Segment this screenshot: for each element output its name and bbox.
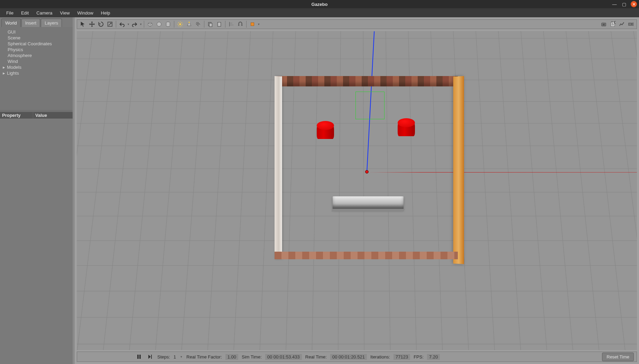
snap-icon[interactable]: [236, 20, 245, 28]
select-tool-icon[interactable]: [78, 20, 87, 28]
svg-rect-33: [629, 23, 632, 25]
tree-item-spherical[interactable]: Spherical Coordinates: [1, 41, 71, 47]
spot-light-icon[interactable]: [185, 20, 194, 28]
fps-value: 7.20: [427, 354, 440, 360]
record-icon[interactable]: [626, 20, 635, 28]
svg-rect-17: [209, 23, 212, 27]
wall-back: [275, 76, 458, 86]
tree-item-wind[interactable]: Wind: [1, 58, 71, 64]
fps-label: FPS:: [414, 354, 424, 360]
titlebar: Gazebo — ▢ ✕: [0, 0, 639, 8]
realtime-label: Real Time:: [305, 354, 327, 360]
menubar: File Edit Camera View Window Help: [0, 8, 639, 17]
directional-light-icon[interactable]: [194, 20, 203, 28]
svg-rect-35: [139, 355, 141, 359]
copy-icon[interactable]: [206, 20, 215, 28]
prop-col-name: Property: [0, 112, 33, 119]
tab-world[interactable]: World: [1, 19, 21, 27]
tab-layers[interactable]: Layers: [41, 19, 62, 27]
selection-box: [355, 92, 385, 119]
svg-point-27: [603, 24, 604, 25]
window-buttons: — ▢ ✕: [611, 1, 637, 7]
steps-value[interactable]: 1: [174, 354, 176, 360]
maximize-button[interactable]: ▢: [621, 1, 627, 7]
tree-item-models[interactable]: Models: [1, 64, 71, 70]
tree-item-scene[interactable]: Scene: [1, 35, 71, 41]
window-title: Gazebo: [312, 2, 328, 7]
point-light-icon[interactable]: [176, 20, 185, 28]
main-toolbar: ▾ ▾ ▾ LOG: [77, 19, 637, 29]
world-tree[interactable]: GUI Scene Spherical Coordinates Physics …: [0, 27, 73, 110]
link-icon[interactable]: [248, 20, 257, 28]
sphere-primitive-icon[interactable]: [155, 20, 164, 28]
svg-rect-18: [218, 22, 221, 27]
jersey-barrier: [333, 196, 404, 209]
align-icon[interactable]: [227, 20, 236, 28]
rotate-tool-icon[interactable]: [96, 20, 105, 28]
svg-line-11: [178, 26, 179, 26]
properties-header: Property Value: [0, 112, 73, 119]
menu-window[interactable]: Window: [74, 10, 97, 16]
simtime-label: Sim Time:: [242, 354, 262, 360]
step-button[interactable]: [146, 353, 154, 361]
tree-item-gui[interactable]: GUI: [1, 29, 71, 35]
redo-icon[interactable]: [130, 20, 139, 28]
svg-point-1: [157, 22, 161, 27]
menu-view[interactable]: View: [57, 10, 73, 16]
svg-rect-25: [251, 23, 254, 26]
iterations-value: 77123: [393, 354, 410, 360]
left-tabs: World Insert Layers: [0, 17, 73, 27]
tab-insert[interactable]: Insert: [21, 19, 40, 27]
svg-rect-21: [230, 23, 232, 24]
simtime-value: 00 00:01:53.433: [265, 354, 302, 360]
svg-rect-36: [151, 355, 152, 359]
main-area: ▾ ▾ ▾ LOG: [75, 17, 639, 364]
wall-left: [275, 76, 282, 259]
undo-dropdown[interactable]: ▾: [127, 22, 130, 26]
pause-button[interactable]: [135, 353, 143, 361]
svg-line-9: [182, 26, 182, 26]
tree-item-physics[interactable]: Physics: [1, 47, 71, 53]
scale-tool-icon[interactable]: [105, 20, 114, 28]
realtime-value: 00 00:01:20.521: [330, 354, 367, 360]
svg-line-8: [178, 22, 179, 23]
tree-item-lights[interactable]: Lights: [1, 70, 71, 76]
steps-label: Steps:: [157, 354, 170, 360]
translate-tool-icon[interactable]: [87, 20, 96, 28]
undo-icon[interactable]: [118, 20, 127, 28]
svg-text:LOG: LOG: [611, 21, 616, 25]
wall-right: [453, 76, 464, 264]
menu-file[interactable]: File: [3, 10, 17, 16]
viewport-3d[interactable]: [77, 31, 637, 350]
red-cylinder-left: [317, 121, 334, 140]
rtf-value: 1.00: [225, 354, 238, 360]
plot-icon[interactable]: [617, 20, 626, 28]
paste-icon[interactable]: [215, 20, 224, 28]
svg-rect-34: [137, 355, 139, 359]
tree-item-atmosphere[interactable]: Atmosphere: [1, 53, 71, 58]
screenshot-icon[interactable]: [599, 20, 608, 28]
cylinder-primitive-icon[interactable]: [164, 20, 173, 28]
log-icon[interactable]: LOG: [608, 20, 617, 28]
minimize-button[interactable]: —: [611, 1, 618, 7]
close-button[interactable]: ✕: [631, 1, 637, 7]
svg-rect-28: [602, 22, 604, 24]
status-bar: Steps: 1▾ Real Time Factor: 1.00 Sim Tim…: [77, 352, 637, 362]
rtf-label: Real Time Factor:: [186, 354, 222, 360]
menu-camera[interactable]: Camera: [33, 10, 56, 16]
reset-time-button[interactable]: Reset Time: [602, 353, 634, 361]
svg-rect-19: [219, 22, 220, 23]
link-dropdown[interactable]: ▾: [257, 22, 260, 26]
properties-body: [0, 119, 73, 364]
origin-marker: [365, 170, 369, 174]
svg-point-3: [179, 23, 181, 25]
box-primitive-icon[interactable]: [146, 20, 155, 28]
left-panel: World Insert Layers GUI Scene Spherical …: [0, 17, 73, 364]
svg-rect-22: [230, 25, 234, 26]
menu-help[interactable]: Help: [98, 10, 114, 16]
wall-front: [275, 252, 458, 259]
steps-dropdown[interactable]: ▾: [179, 355, 183, 358]
content: World Insert Layers GUI Scene Spherical …: [0, 17, 639, 364]
menu-edit[interactable]: Edit: [18, 10, 32, 16]
redo-dropdown[interactable]: ▾: [139, 22, 142, 26]
